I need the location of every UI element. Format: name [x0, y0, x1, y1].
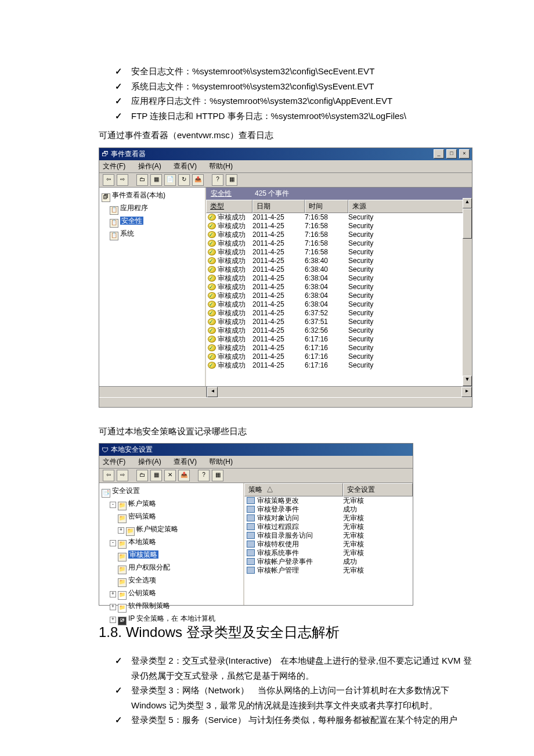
- table-row[interactable]: 审核成功2011-4-256:17:16Security: [206, 352, 472, 361]
- up-button[interactable]: 🗀: [136, 174, 148, 186]
- menubar[interactable]: 文件(F) 操作(A) 查看(V) 帮助(H): [99, 160, 472, 173]
- tree-password-policy[interactable]: 📁密码策略: [102, 511, 241, 524]
- prop-button[interactable]: 📄: [164, 174, 176, 186]
- toolbar: ⇦ ⇨ 🗀 ▦ 📄 ↻ 📤 ? ▦: [99, 173, 472, 188]
- maximize-button[interactable]: □: [446, 149, 457, 159]
- forward-button[interactable]: ⇨: [117, 470, 128, 481]
- titlebar[interactable]: 🛡 本地安全设置: [99, 444, 413, 456]
- titlebar[interactable]: 🗗 事件查看器 _ □ ×: [99, 148, 472, 160]
- scroll-up-icon[interactable]: ▲: [463, 198, 472, 208]
- view-button[interactable]: ▦: [212, 470, 223, 481]
- table-row[interactable]: 审核对象访问无审核: [244, 514, 413, 523]
- menu-view[interactable]: 查看(V): [174, 458, 197, 466]
- tree-panel[interactable]: 🗐事件查看器(本地) 📋应用程序 📋安全性 📋系统: [99, 188, 206, 386]
- policy-rows[interactable]: 审核策略更改无审核审核登录事件成功审核对象访问无审核审核过程跟踪无审核审核目录服…: [244, 496, 413, 601]
- table-row[interactable]: 审核成功2011-4-256:37:51Security: [206, 318, 472, 326]
- success-icon: [208, 292, 216, 299]
- success-icon: [208, 309, 216, 316]
- table-row[interactable]: 审核成功2011-4-256:38:40Security: [206, 265, 472, 274]
- menu-help[interactable]: 帮助(H): [209, 162, 233, 170]
- table-row[interactable]: 审核系统事件无审核: [244, 549, 413, 557]
- table-row[interactable]: 审核成功2011-4-257:16:58Security: [206, 239, 472, 248]
- table-row[interactable]: 审核特权使用无审核: [244, 540, 413, 549]
- vertical-scrollbar[interactable]: ▲ ▼: [463, 198, 472, 386]
- delete-button[interactable]: ✕: [164, 470, 176, 481]
- col-source[interactable]: 来源: [348, 200, 472, 213]
- view-button[interactable]: ▦: [226, 174, 237, 186]
- tree-root[interactable]: 🗐事件查看器(本地): [102, 190, 203, 203]
- list-title: 安全性 425 个事件: [206, 188, 472, 200]
- table-row[interactable]: 审核过程跟踪无审核: [244, 523, 413, 531]
- up-button[interactable]: 🗀: [136, 470, 148, 481]
- tree-public-key[interactable]: +📁公钥策略: [102, 588, 241, 600]
- table-row[interactable]: 审核成功2011-4-256:38:04Security: [206, 274, 472, 283]
- col-type[interactable]: 类型: [206, 200, 252, 213]
- tree-security-options[interactable]: 📁安全选项: [102, 575, 241, 588]
- table-row[interactable]: 审核成功2011-4-256:38:04Security: [206, 291, 472, 300]
- event-rows[interactable]: 审核成功2011-4-257:16:58Security审核成功2011-4-2…: [206, 213, 472, 370]
- export-button[interactable]: 📤: [192, 174, 204, 186]
- tree-root[interactable]: 📑安全设置: [102, 485, 241, 498]
- table-row[interactable]: 审核成功2011-4-256:32:56Security: [206, 326, 472, 335]
- forward-button[interactable]: ⇨: [117, 174, 128, 186]
- menu-file[interactable]: 文件(F): [103, 458, 125, 466]
- tree-user-rights[interactable]: 📁用户权限分配: [102, 562, 241, 575]
- refresh-button[interactable]: ↻: [178, 174, 190, 186]
- table-row[interactable]: 审核成功2011-4-257:16:58Security: [206, 231, 472, 239]
- table-row[interactable]: 审核策略更改无审核: [244, 496, 413, 505]
- menu-action[interactable]: 操作(A): [138, 458, 161, 466]
- scroll-down-icon[interactable]: ▼: [463, 376, 472, 386]
- table-row[interactable]: 审核成功2011-4-256:17:16Security: [206, 335, 472, 344]
- column-headers[interactable]: 类型 日期 时间 来源: [206, 200, 472, 213]
- success-icon: [208, 222, 216, 229]
- table-row[interactable]: 审核目录服务访问无审核: [244, 531, 413, 540]
- tree-software-restrict[interactable]: +📁软件限制策略: [102, 600, 241, 613]
- minimize-button[interactable]: _: [434, 149, 444, 159]
- tree-system[interactable]: 📋系统: [102, 228, 203, 241]
- list-button[interactable]: ▦: [150, 174, 162, 186]
- close-button[interactable]: ×: [459, 149, 470, 159]
- scroll-left-icon[interactable]: ◂: [207, 387, 218, 397]
- list-button[interactable]: ▦: [150, 470, 162, 481]
- table-row[interactable]: 审核成功2011-4-257:16:58Security: [206, 222, 472, 231]
- table-row[interactable]: 审核成功2011-4-256:17:16Security: [206, 361, 472, 370]
- menu-help[interactable]: 帮助(H): [209, 458, 233, 466]
- tree-local-policy[interactable]: -📁本地策略: [102, 537, 241, 549]
- table-row[interactable]: 审核登录事件成功: [244, 505, 413, 514]
- col-policy[interactable]: 策略 △: [244, 483, 343, 496]
- table-row[interactable]: 审核成功2011-4-256:17:16Security: [206, 344, 472, 352]
- export-button[interactable]: 📤: [178, 470, 190, 481]
- menu-file[interactable]: 文件(F): [103, 162, 125, 170]
- menu-view[interactable]: 查看(V): [174, 162, 197, 170]
- help-button[interactable]: ?: [198, 470, 210, 481]
- help-button[interactable]: ?: [212, 174, 223, 186]
- col-date[interactable]: 日期: [252, 200, 305, 213]
- table-row[interactable]: 审核成功2011-4-257:16:58Security: [206, 213, 472, 222]
- back-button[interactable]: ⇦: [103, 470, 114, 481]
- table-row[interactable]: 审核帐户登录事件成功: [244, 557, 413, 566]
- tree-account-policy[interactable]: -📁帐户策略: [102, 498, 241, 511]
- tree-application[interactable]: 📋应用程序: [102, 203, 203, 215]
- table-row[interactable]: 审核成功2011-4-256:38:04Security: [206, 283, 472, 291]
- col-setting[interactable]: 安全设置: [343, 483, 413, 496]
- horizontal-scrollbar[interactable]: ◂ ▸: [99, 386, 472, 397]
- tree-audit-policy[interactable]: 📁审核策略: [102, 549, 241, 562]
- success-icon: [208, 327, 216, 334]
- statusbar: [99, 397, 472, 407]
- menu-action[interactable]: 操作(A): [138, 162, 161, 170]
- table-row[interactable]: 审核成功2011-4-256:38:04Security: [206, 300, 472, 309]
- menubar[interactable]: 文件(F) 操作(A) 查看(V) 帮助(H): [99, 456, 413, 469]
- tree-panel[interactable]: 📑安全设置 -📁帐户策略 📁密码策略 +📁帐户锁定策略 -📁本地策略 📁审核策略…: [99, 483, 244, 605]
- back-button[interactable]: ⇦: [103, 174, 114, 186]
- table-row[interactable]: 审核成功2011-4-257:16:58Security: [206, 248, 472, 257]
- bullet-syslog: 系统日志文件：%systemroot%\system32\config\SysE…: [115, 79, 472, 94]
- col-time[interactable]: 时间: [305, 200, 348, 213]
- tree-security[interactable]: 📋安全性: [102, 215, 203, 228]
- scroll-right-icon[interactable]: ▸: [461, 387, 472, 397]
- table-row[interactable]: 审核成功2011-4-256:38:40Security: [206, 257, 472, 265]
- table-row[interactable]: 审核帐户管理无审核: [244, 566, 413, 575]
- table-row[interactable]: 审核成功2011-4-256:37:52Security: [206, 309, 472, 318]
- column-headers[interactable]: 策略 △ 安全设置: [244, 483, 413, 496]
- scroll-thumb[interactable]: [463, 208, 472, 239]
- tree-lockout-policy[interactable]: +📁帐户锁定策略: [102, 524, 241, 537]
